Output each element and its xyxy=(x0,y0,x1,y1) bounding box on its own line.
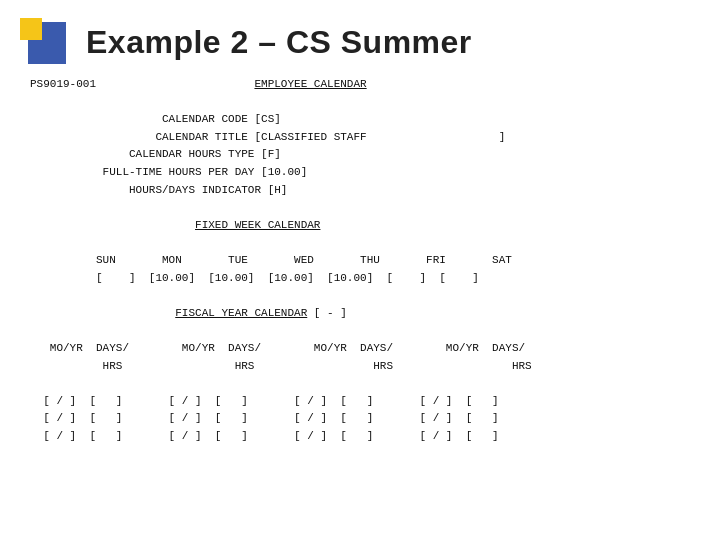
screen-title: EMPLOYEE CALENDAR xyxy=(254,78,366,90)
logo xyxy=(20,18,72,66)
screen-id: PS9019-001 xyxy=(30,78,96,90)
logo-yellow xyxy=(20,18,42,40)
main-content: PS9019-001 EMPLOYEE CALENDAR CALENDAR CO… xyxy=(0,76,720,463)
screen-content: PS9019-001 EMPLOYEE CALENDAR CALENDAR CO… xyxy=(30,76,690,463)
page-title: Example 2 – CS Summer xyxy=(86,24,472,61)
header: Example 2 – CS Summer xyxy=(0,0,720,76)
